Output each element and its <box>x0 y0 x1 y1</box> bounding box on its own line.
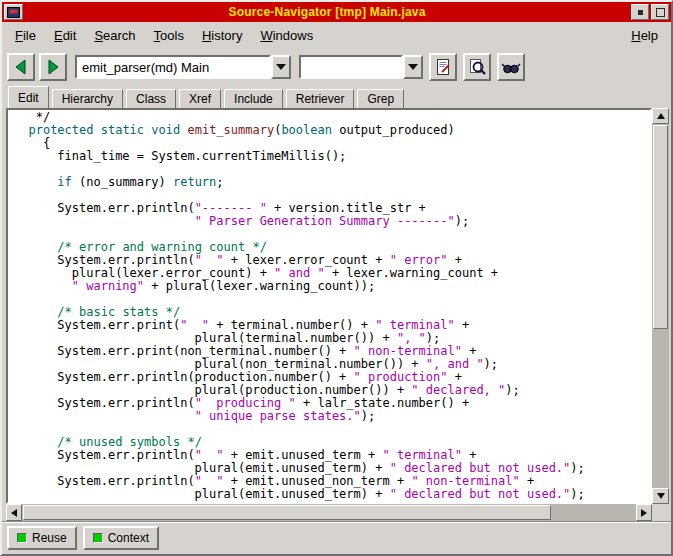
editor-window-button[interactable] <box>429 53 457 81</box>
menu-file[interactable]: File <box>6 23 45 48</box>
horizontal-scroll-thumb[interactable] <box>23 505 551 520</box>
tab-grep[interactable]: Grep <box>357 89 404 108</box>
toolbar: emit_parser(md) Main <box>2 48 671 86</box>
menu-windows[interactable]: Windows <box>251 23 322 48</box>
code-line: protected static void emit_summary(boole… <box>14 124 650 137</box>
scroll-left-button[interactable] <box>6 504 22 521</box>
tab-xref[interactable]: Xref <box>179 89 221 108</box>
status-toggles: ReuseContext <box>7 526 159 550</box>
search-combobox <box>299 55 423 79</box>
code-line: " warning" + plural(lexer.warning_count)… <box>14 280 650 293</box>
toggle-indicator <box>17 533 27 543</box>
editor: */ protected static void emit_summary(bo… <box>6 108 669 504</box>
search-window-button[interactable] <box>463 53 491 81</box>
glasses-icon <box>501 58 521 76</box>
code-line: plural(emit.unused_term) + " declared bu… <box>14 488 650 501</box>
toggle-reuse[interactable]: Reuse <box>7 526 77 550</box>
tab-edit[interactable]: Edit <box>8 86 49 108</box>
window-menu-button[interactable] <box>4 4 23 20</box>
horizontal-scroll-trough[interactable] <box>22 504 636 521</box>
left-arrow-icon <box>11 509 17 517</box>
menubar-items: FileEditSearchToolsHistoryWindows <box>6 23 322 48</box>
toggle-label: Reuse <box>32 531 67 545</box>
toggle-label: Context <box>108 531 149 545</box>
vertical-scroll-trough[interactable] <box>652 124 669 488</box>
statusbar: ReuseContext <box>2 521 671 554</box>
minimize-icon <box>638 10 643 15</box>
scrollbar-corner <box>652 504 669 521</box>
tab-bar: EditHierarchyClassXrefIncludeRetrieverGr… <box>2 86 671 108</box>
scroll-right-button[interactable] <box>636 504 652 521</box>
chevron-down-icon <box>408 64 418 70</box>
menu-search[interactable]: Search <box>85 23 144 48</box>
scroll-up-button[interactable] <box>652 108 669 124</box>
maximize-button[interactable] <box>651 4 669 20</box>
app-icon <box>7 7 20 18</box>
search-combo-input[interactable] <box>299 55 403 79</box>
vertical-scroll-thumb[interactable] <box>653 125 668 329</box>
code-line: if (no_summary) return; <box>14 176 650 189</box>
symbol-combobox: emit_parser(md) Main <box>75 55 291 79</box>
code-line: final_time = System.currentTimeMillis(); <box>14 150 650 163</box>
maximize-icon <box>656 8 665 17</box>
up-arrow-icon <box>657 113 665 119</box>
tab-hierarchy[interactable]: Hierarchy <box>52 89 123 108</box>
right-arrow-icon <box>641 509 647 517</box>
window-title: Source-Navigator [tmp] Main.java <box>25 5 629 19</box>
magnifier-icon <box>468 58 487 77</box>
horizontal-scrollbar-row <box>6 504 669 521</box>
scroll-down-button[interactable] <box>652 488 669 504</box>
menu-edit[interactable]: Edit <box>45 23 85 48</box>
menu-help[interactable]: Help <box>622 23 667 48</box>
titlebar[interactable]: Source-Navigator [tmp] Main.java <box>2 2 671 22</box>
symbol-combo-dropdown-button[interactable] <box>271 55 291 79</box>
retriever-window-button[interactable] <box>497 53 525 81</box>
tab-retriever[interactable]: Retriever <box>286 89 355 108</box>
horizontal-scrollbar[interactable] <box>6 504 652 521</box>
back-arrow-icon <box>12 58 30 76</box>
history-forward-button[interactable] <box>39 53 67 81</box>
forward-arrow-icon <box>44 58 62 76</box>
tab-include[interactable]: Include <box>224 89 283 108</box>
editor-page-icon <box>434 58 453 77</box>
menu-tools[interactable]: Tools <box>145 23 193 48</box>
down-arrow-icon <box>657 493 665 499</box>
toggle-context[interactable]: Context <box>83 526 159 550</box>
tab-class[interactable]: Class <box>126 89 176 108</box>
minimize-button[interactable] <box>631 4 649 20</box>
code-line: " Parser Generation Summary -------"); <box>14 215 650 228</box>
code-area[interactable]: */ protected static void emit_summary(bo… <box>6 108 652 504</box>
history-back-button[interactable] <box>7 53 35 81</box>
app-window: Source-Navigator [tmp] Main.java FileEdi… <box>0 0 673 556</box>
search-combo-dropdown-button[interactable] <box>403 55 423 79</box>
code-line: " unique parse states."); <box>14 410 650 423</box>
menubar: FileEditSearchToolsHistoryWindows Help <box>2 22 671 48</box>
vertical-scrollbar[interactable] <box>652 108 669 504</box>
toggle-indicator <box>93 533 103 543</box>
menu-history[interactable]: History <box>193 23 251 48</box>
symbol-combo-input[interactable]: emit_parser(md) Main <box>75 55 271 79</box>
chevron-down-icon <box>276 64 286 70</box>
